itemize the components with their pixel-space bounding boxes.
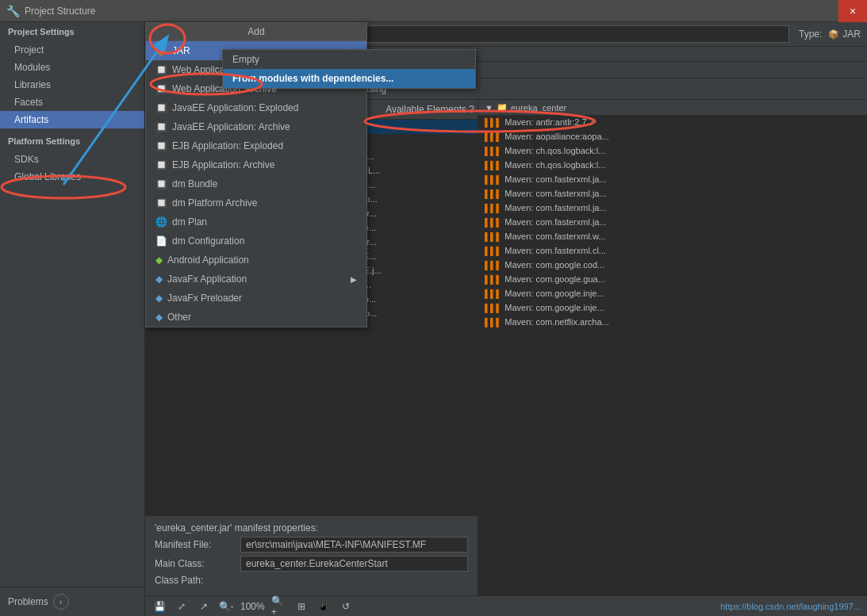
dd-javaee-archive-item[interactable]: 🔲 JavaEE Application: Archive	[146, 117, 366, 136]
sidebar: Project Settings Project Modules Librari…	[0, 22, 145, 616]
sidebar-item-artifacts[interactable]: Artifacts	[0, 111, 144, 128]
maven-item-6[interactable]: ▌▌▌ Maven: com.fasterxml.ja...	[478, 201, 867, 215]
title: Project Structure	[25, 6, 95, 17]
maven-item-7[interactable]: ▌▌▌ Maven: com.fasterxml.ja...	[478, 215, 867, 229]
android-label: Android Application	[167, 254, 249, 266]
sidebar-item-libraries[interactable]: Libraries	[0, 76, 144, 94]
maven-icon: ▌▌▌	[485, 218, 501, 227]
dd-ejb-exploded-item[interactable]: 🔲 EJB Application: Exploded	[146, 136, 366, 155]
maven-icon: ▌▌▌	[485, 232, 501, 241]
project-settings-header: Project Settings	[0, 22, 144, 41]
maven-item-0[interactable]: ▌▌▌ Maven: antlr:antlr:2.7.7	[478, 115, 867, 129]
maven-item-8[interactable]: ▌▌▌ Maven: com.fasterxml.w...	[478, 229, 867, 243]
jar-submenu-menu: Empty From modules with dependencies...	[222, 49, 476, 89]
facets-label: Facets	[14, 97, 43, 108]
maven-item-12[interactable]: ▌▌▌ Maven: com.google.inje...	[478, 286, 867, 300]
javaee-exploded-label: JavaEE Application: Exploded	[172, 102, 298, 113]
libraries-label: Libraries	[14, 79, 51, 90]
sidebar-item-project[interactable]: Project	[0, 41, 144, 59]
maven-item-9[interactable]: ▌▌▌ Maven: com.fasterxml.cl...	[478, 243, 867, 258]
dd-dm-config-item[interactable]: 📄 dm Configuration	[146, 231, 366, 251]
dd-dm-plan-item[interactable]: 🌐 dm Plan	[146, 212, 366, 231]
maven-item-13[interactable]: ▌▌▌ Maven: com.google.inje...	[478, 300, 867, 315]
android-icon: ◆	[155, 254, 163, 266]
status-url: https://blog.csdn.net/laughing1997...	[720, 602, 861, 611]
javaee-archive-label: JavaEE Application: Archive	[172, 121, 290, 132]
save-button[interactable]: 💾	[152, 599, 167, 614]
javafx-preloader-icon: ◆	[155, 293, 163, 304]
main-layout: Project Settings Project Modules Librari…	[0, 22, 867, 616]
grid-button[interactable]: ⊞	[293, 599, 309, 614]
manifest-section: 'eureka_center.jar' manifest properties:…	[145, 515, 478, 595]
modules-label: Modules	[14, 62, 50, 73]
ejb-exploded-label: EJB Application: Exploded	[172, 140, 283, 151]
dd-javaee-exploded-item[interactable]: 🔲 JavaEE Application: Exploded	[146, 98, 366, 117]
problems-toggle[interactable]: ‹	[53, 594, 69, 610]
dm-plan-label: dm Plan	[172, 216, 207, 228]
maven-item-11[interactable]: ▌▌▌ Maven: com.google.gua...	[478, 272, 867, 286]
maven-icon: ▌▌▌	[485, 318, 501, 327]
jar-menu-icon: 📦	[155, 45, 167, 56]
dd-dm-bundle-item[interactable]: 🔲 dm Bundle	[146, 174, 366, 193]
maven-item-10[interactable]: ▌▌▌ Maven: com.google.cod...	[478, 258, 867, 272]
sidebar-item-modules[interactable]: Modules	[0, 59, 144, 76]
zoom-out-button[interactable]: 🔍-	[218, 599, 234, 614]
titlebar: 🔧 Project Structure ×	[0, 0, 867, 22]
dd-ejb-archive-item[interactable]: 🔲 EJB Application: Archive	[146, 155, 366, 174]
dm-config-icon: 📄	[155, 235, 167, 247]
maven-icon: ▌▌▌	[485, 118, 501, 127]
maven-icon: ▌▌▌	[485, 204, 501, 212]
main-class-input[interactable]	[240, 556, 468, 572]
maven-root-label: eureka_center	[511, 103, 566, 113]
manifest-file-label: Manifest File:	[155, 539, 234, 550]
app-icon: 🔧	[6, 5, 20, 17]
dm-bundle-icon: 🔲	[155, 178, 167, 189]
maven-item-1[interactable]: ▌▌▌ Maven: aopalliance:aopa...	[478, 129, 867, 143]
maven-item-14[interactable]: ▌▌▌ Maven: com.netflix.archa...	[478, 315, 867, 329]
main-class-row: Main Class:	[155, 556, 468, 572]
jar-from-modules-item[interactable]: From modules with dependencies...	[223, 69, 475, 88]
sdks-label: SDKs	[14, 154, 39, 165]
other-icon: ◆	[155, 312, 163, 323]
manifest-header-row: 'eureka_center.jar' manifest properties:	[155, 522, 468, 534]
dd-android-item[interactable]: ◆ Android Application	[146, 251, 366, 270]
manifest-file-row: Manifest File:	[155, 537, 468, 553]
sidebar-item-global-libraries[interactable]: Global Libraries	[0, 168, 144, 186]
jar-icon: 📦	[828, 29, 839, 40]
dm-plan-icon: 🌐	[155, 216, 167, 228]
sidebar-item-sdks[interactable]: SDKs	[0, 151, 144, 168]
manifest-file-input[interactable]	[240, 537, 468, 553]
zoom-level: 100%	[240, 601, 265, 612]
device-button[interactable]: 📱	[316, 599, 332, 614]
sidebar-item-facets[interactable]: Facets	[0, 94, 144, 111]
maven-icon: ▌▌▌	[485, 175, 501, 184]
expand-icon: ▼	[485, 103, 493, 113]
maven-icon: ▌▌▌	[485, 161, 501, 170]
close-button[interactable]: ×	[838, 0, 867, 22]
dd-javafx-item[interactable]: ◆ JavaFx Application ▶	[146, 270, 366, 289]
dd-other-item[interactable]: ◆ Other	[146, 308, 366, 327]
maven-icon: ▌▌▌	[485, 304, 501, 312]
expand-button[interactable]: ⤢	[174, 599, 190, 614]
export-button[interactable]: ↗	[196, 599, 212, 614]
maven-list: ▌▌▌ Maven: antlr:antlr:2.7.7 ▌▌▌ Maven: …	[478, 115, 867, 595]
maven-icon: ▌▌▌	[485, 289, 501, 298]
maven-item-4[interactable]: ▌▌▌ Maven: com.fasterxml.ja...	[478, 172, 867, 186]
right-panel: ▼ 📁 eureka_center ▌▌▌ Maven: antlr:antlr…	[478, 100, 867, 595]
maven-item-2[interactable]: ▌▌▌ Maven: ch.qos.logback:l...	[478, 143, 867, 158]
refresh-button[interactable]: ↺	[338, 599, 354, 614]
maven-icon: ▌▌▌	[485, 275, 501, 284]
dd-dm-platform-item[interactable]: 🔲 dm Platform Archive	[146, 193, 366, 212]
dd-javafx-preloader-item[interactable]: ◆ JavaFx Preloader	[146, 289, 366, 308]
artifacts-label: Artifacts	[14, 114, 48, 125]
javafx-submenu-arrow: ▶	[351, 275, 357, 284]
javafx-preloader-label: JavaFx Preloader	[167, 293, 242, 304]
zoom-in-button[interactable]: 🔍+	[271, 599, 287, 614]
jar-empty-item[interactable]: Empty	[223, 50, 475, 69]
type-text: JAR	[842, 29, 861, 40]
maven-item-3[interactable]: ▌▌▌ Maven: ch.qos.logback:l...	[478, 158, 867, 172]
maven-item-5[interactable]: ▌▌▌ Maven: com.fasterxml.ja...	[478, 186, 867, 201]
javafx-icon: ◆	[155, 274, 163, 285]
ejb-exploded-icon: 🔲	[155, 140, 167, 151]
dm-platform-label: dm Platform Archive	[172, 197, 257, 209]
